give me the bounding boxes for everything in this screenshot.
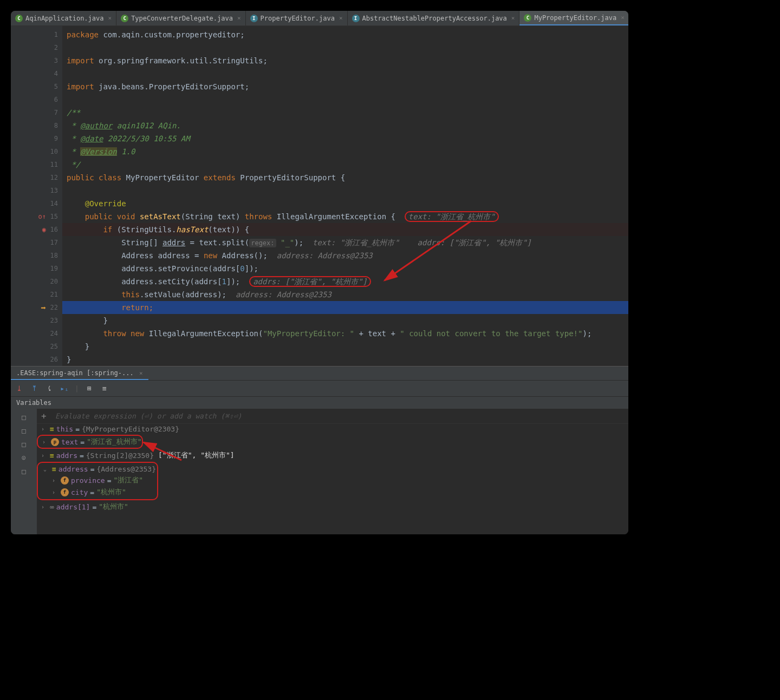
- tool-icon[interactable]: □: [22, 413, 26, 421]
- variables-panel: □ □ □ ⊙ □ + Evaluate expression (⏎) or a…: [11, 409, 628, 534]
- tool-icon[interactable]: □: [22, 467, 26, 475]
- inline-hint: address: Address@2353: [236, 290, 332, 299]
- tab-label: TypeConverterDelegate.java: [131, 15, 233, 22]
- var-row-address[interactable]: ⌄ ≡ address = {Address@2353}: [39, 464, 156, 474]
- editor-tabs: C AqinApplication.java × C TypeConverter…: [11, 11, 628, 26]
- tab-abstractnestable[interactable]: I AbstractNestablePropertyAccessor.java …: [348, 11, 520, 25]
- param-icon: p: [51, 438, 59, 446]
- java-interface-icon: I: [250, 15, 258, 22]
- variables-header: Variables: [11, 396, 628, 409]
- list-icon[interactable]: ≡: [100, 384, 109, 394]
- close-icon[interactable]: ×: [139, 370, 143, 377]
- evaluate-icon[interactable]: ⤹: [44, 384, 54, 394]
- inline-hint: text: "浙江省_杭州市" addrs: ["浙江省", "杭州市"]: [313, 238, 531, 247]
- debug-config-tab[interactable]: .EASE:spring-aqin [:spring-... ×: [11, 367, 148, 380]
- tab-propertyeditor[interactable]: I PropertyEditor.java ×: [246, 11, 348, 25]
- gutter: 1 2 3 4 5 6 7 8 9 10 11 12 13 14 o↑15 ◉1…: [11, 26, 62, 366]
- inline-hint-text: text: "浙江省_杭州市": [405, 211, 499, 222]
- step-out-icon[interactable]: ⤒: [29, 384, 39, 394]
- var-row-addrs[interactable]: › ≡ addrs = {String[2]@2350} ["浙江省", "杭州…: [37, 449, 628, 461]
- tab-aqinapplication[interactable]: C AqinApplication.java ×: [11, 11, 116, 25]
- var-row-province[interactable]: › f province = "浙江省": [39, 474, 156, 486]
- tab-typeconverter[interactable]: C TypeConverterDelegate.java ×: [116, 11, 245, 25]
- tab-label: AbstractNestablePropertyAccessor.java: [362, 15, 507, 22]
- debug-toolbar: ⤓ ⤒ ⤹ ▸ᵢ | ⊞ ≡: [11, 380, 628, 396]
- code-editor[interactable]: 1 2 3 4 5 6 7 8 9 10 11 12 13 14 o↑15 ◉1…: [11, 26, 628, 366]
- tool-icon[interactable]: ⊙: [22, 454, 26, 462]
- var-row-text[interactable]: › p text = "浙江省_杭州市": [38, 436, 142, 448]
- run-to-cursor-icon[interactable]: ▸ᵢ: [60, 384, 69, 394]
- debug-tab-bar: .EASE:spring-aqin [:spring-... ×: [11, 366, 628, 380]
- var-row-city[interactable]: › f city = "杭州市": [39, 486, 156, 498]
- ide-window: C AqinApplication.java × C TypeConverter…: [11, 11, 628, 534]
- tab-label: MyPropertyEditor.java: [534, 14, 616, 22]
- java-class-icon: C: [121, 15, 128, 22]
- close-icon[interactable]: ×: [237, 15, 241, 22]
- evaluate-expression-input[interactable]: + Evaluate expression (⏎) or add a watch…: [37, 409, 628, 424]
- execution-point-icon: ➡: [41, 303, 46, 313]
- inline-hint: address: Address@2353: [277, 251, 373, 260]
- tool-icon[interactable]: □: [22, 440, 26, 448]
- plus-icon[interactable]: +: [41, 411, 51, 421]
- tool-icon[interactable]: □: [22, 427, 26, 435]
- java-class-icon: C: [524, 14, 531, 22]
- code-area[interactable]: package com.aqin.custom.propertyeditor; …: [62, 26, 628, 366]
- inline-hint-addrs: addrs: ["浙江省", "杭州市"]: [249, 276, 370, 287]
- field-icon: f: [61, 488, 69, 496]
- java-class-icon: C: [15, 15, 23, 22]
- vars-side-toolbar: □ □ □ ⊙ □: [11, 409, 37, 534]
- java-interface-icon: I: [352, 15, 360, 22]
- step-into-icon[interactable]: ⤓: [14, 384, 24, 394]
- close-icon[interactable]: ×: [511, 15, 515, 22]
- close-icon[interactable]: ×: [621, 14, 625, 21]
- grid-icon[interactable]: ⊞: [84, 384, 94, 394]
- override-indicator-icon[interactable]: o↑: [38, 213, 46, 220]
- close-icon[interactable]: ×: [108, 15, 112, 22]
- tab-mypropertyeditor[interactable]: C MyPropertyEditor.java ×: [519, 11, 628, 25]
- breakpoint-icon[interactable]: ◉: [42, 226, 46, 233]
- var-row-this[interactable]: › ≡ this = {MyPropertyEditor@2303}: [37, 424, 628, 434]
- tab-label: AqinApplication.java: [25, 15, 104, 22]
- close-icon[interactable]: ×: [339, 15, 343, 22]
- var-row-addrs1[interactable]: › ∞ addrs[1] = "杭州市": [37, 501, 628, 513]
- tab-label: PropertyEditor.java: [261, 15, 335, 22]
- field-icon: f: [61, 476, 69, 485]
